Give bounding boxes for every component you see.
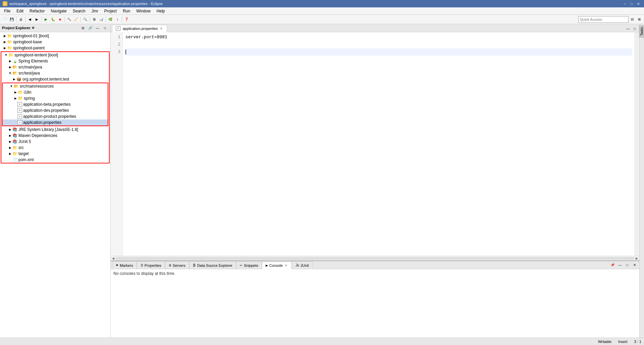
tree-arrow[interactable]: ▶ — [13, 97, 17, 100]
tb-perspective-btn[interactable]: ⊞ — [91, 16, 98, 23]
tb-build-btn[interactable]: 🔨 — [66, 16, 72, 23]
sidebar-header-controls[interactable]: ⊟ 🔗 — □ — [79, 25, 108, 32]
quick-access-input[interactable] — [578, 16, 629, 23]
tree-item-org-test[interactable]: ▶ 📦 org.springboot.tentent.test — [1, 76, 109, 82]
sidebar-collapse-all[interactable]: ⊟ — [79, 25, 86, 32]
tree-item-app-dev[interactable]: ▶ P application-dev.properties — [3, 107, 108, 113]
tree-item-i18n[interactable]: ▶ 📁 i18n — [3, 89, 108, 95]
tree-arrow[interactable]: ▶ — [8, 65, 12, 69]
maximize-button[interactable]: □ — [629, 1, 635, 7]
bottom-pin-btn[interactable]: 📌 — [609, 261, 616, 268]
editor-vertical-scrollbar[interactable] — [635, 32, 639, 256]
tree-arrow[interactable]: ▶ — [3, 40, 7, 44]
tree-arrow[interactable]: ▶ — [8, 59, 12, 63]
tree-arrow[interactable]: ▼ — [8, 71, 12, 75]
tree-item-springboot-tentent[interactable]: ▼ 📁 springboot-tentent [boot] — [1, 52, 109, 58]
code-editor[interactable]: server.port=8081 — [123, 32, 635, 256]
menu-file[interactable]: File — [1, 8, 13, 14]
tb-stop-btn[interactable]: ■ — [57, 16, 63, 23]
menu-search[interactable]: Search — [70, 8, 88, 14]
tb-run-btn[interactable]: ▶ — [43, 16, 49, 23]
editor-minimize-btn[interactable]: — — [625, 25, 631, 32]
tree-item-src[interactable]: ▶ 📁 src — [1, 145, 109, 151]
tree-arrow[interactable]: ▶ — [3, 46, 7, 50]
close-button[interactable]: ✕ — [635, 1, 641, 7]
scroll-left-arrow[interactable]: ◀ — [111, 257, 115, 260]
minimize-button[interactable]: ─ — [622, 1, 628, 7]
tab-close-button[interactable]: ✕ — [159, 27, 163, 31]
tree-arrow[interactable]: ▶ — [12, 78, 16, 81]
tb-new-btn[interactable]: 📄 — [1, 16, 8, 23]
tab-console[interactable]: ▶ Console ✕ — [262, 262, 292, 269]
tb-git-btn[interactable]: 🌿 — [107, 16, 114, 23]
menu-help[interactable]: Help — [154, 8, 168, 14]
tree-arrow[interactable]: ▶ — [8, 128, 12, 131]
tree-arrow-tentent[interactable]: ▼ — [4, 53, 8, 57]
editor-maximize-btn[interactable]: □ — [631, 25, 638, 32]
sidebar-header: Project Explorer ✕ ⊟ 🔗 — □ — [0, 24, 110, 32]
tree-arrow[interactable]: ▼ — [9, 85, 13, 88]
right-strip-tab[interactable]: Tasks — [639, 26, 644, 38]
tree-item-spring[interactable]: ▶ 📁 spring — [3, 95, 108, 101]
tab-markers[interactable]: ⚑ Markers — [112, 261, 137, 269]
tree-item-spring-elements[interactable]: ▶ 🍃 Spring Elements — [1, 58, 109, 64]
editor-horizontal-scrollbar[interactable]: ◀ ▶ — [111, 256, 639, 260]
tb-save-btn[interactable]: 💾 — [8, 16, 15, 23]
menu-run[interactable]: Run — [120, 8, 133, 14]
tb-print-btn[interactable]: 🖨 — [17, 16, 24, 23]
tree-item-pom-xml[interactable]: ▶ 📄 pom.xml — [1, 157, 109, 163]
tree-arrow[interactable]: ▶ — [3, 34, 7, 38]
menu-project[interactable]: Project — [102, 8, 119, 14]
sidebar-maximize[interactable]: □ — [102, 25, 108, 32]
tree-item-src-test-java[interactable]: ▼ 📂 src/test/java — [1, 70, 109, 76]
tb-back-btn[interactable]: ◀ — [26, 16, 33, 23]
tree-item-target[interactable]: ▶ 📁 target — [1, 151, 109, 157]
menu-jmr[interactable]: Jmr — [89, 8, 101, 14]
sidebar-minimize[interactable]: — — [94, 25, 101, 32]
tree-item-springboot-base[interactable]: ▶ 📁 springboot-base — [0, 39, 110, 45]
menu-navigate[interactable]: Navigate — [48, 8, 69, 14]
tree-item-springboot-01[interactable]: ▶ 📁 springboot-01 [boot] — [0, 33, 110, 39]
tree-arrow[interactable]: ▶ — [8, 146, 12, 149]
scroll-right-arrow[interactable]: ▶ — [635, 257, 639, 260]
tree-item-maven-deps[interactable]: ▶ 📚 Maven Dependencies — [1, 133, 109, 139]
titlebar-controls[interactable]: ─ □ ✕ — [622, 1, 641, 7]
tb-clean-btn[interactable]: 🧹 — [73, 16, 79, 23]
tree-item-junit5[interactable]: ▶ 📚 JUnit 5 — [1, 139, 109, 145]
tree-item-src-main-java[interactable]: ▶ 📂 src/main/java — [1, 64, 109, 70]
menu-edit[interactable]: Edit — [14, 8, 26, 14]
tree-item-springboot-parent[interactable]: ▶ 📁 springboot-parent — [0, 45, 110, 51]
console-tab-close[interactable]: ✕ — [284, 263, 288, 267]
tree-item-app-product[interactable]: ▶ P application-product.properties — [3, 113, 108, 119]
tb-search-btn[interactable]: 🔍 — [82, 16, 89, 23]
tree-arrow[interactable]: ▶ — [8, 152, 12, 155]
tab-datasource[interactable]: 🗄 Data Source Explorer — [189, 261, 236, 269]
menu-refactor[interactable]: Refactor — [27, 8, 47, 14]
tab-properties[interactable]: ☰ Properties — [137, 261, 165, 269]
tb-debug-btn[interactable]: 🐛 — [50, 16, 56, 23]
bottom-tabs-controls[interactable]: 📌 — □ ✕ — [609, 261, 638, 269]
tb-git2-btn[interactable]: ↕ — [114, 16, 121, 23]
tree-item-app-props[interactable]: ▶ P application.properties — [3, 119, 108, 126]
editor-tab-app-properties[interactable]: P application.properties ✕ — [112, 25, 167, 32]
tab-snippets[interactable]: ✂ Snippets — [236, 261, 262, 269]
menu-window[interactable]: Window — [133, 8, 153, 14]
sidebar-link-editor[interactable]: 🔗 — [87, 25, 94, 32]
tb-view-btn[interactable]: 📊 — [98, 16, 105, 23]
snippets-icon: ✂ — [240, 264, 243, 267]
tree-arrow[interactable]: ▶ — [8, 134, 12, 137]
bottom-minimize-btn[interactable]: — — [616, 261, 623, 268]
tab-servers[interactable]: ⚙ Servers — [165, 261, 189, 269]
tb-fwd-btn[interactable]: ▶ — [34, 16, 40, 23]
bottom-maximize-btn[interactable]: □ — [624, 261, 631, 268]
tree-arrow[interactable]: ▶ — [13, 91, 17, 94]
tb-help-btn[interactable]: ❓ — [123, 16, 130, 23]
tb-layout-btn[interactable]: ⊟ — [629, 16, 636, 23]
tree-item-src-main-resources[interactable]: ▼ 📂 src/main/resources — [3, 83, 108, 89]
bottom-close-btn[interactable]: ✕ — [631, 261, 638, 268]
tb-maximize-btn[interactable]: ⊞ — [636, 16, 643, 23]
tree-item-app-beta[interactable]: ▶ P application-beta.properties — [3, 101, 108, 107]
tree-item-jre[interactable]: ▶ 📚 JRE System Library [JavaSE-1.8] — [1, 127, 109, 133]
tab-junit[interactable]: Ju JUnit — [292, 261, 313, 269]
tree-arrow[interactable]: ▶ — [8, 140, 12, 143]
